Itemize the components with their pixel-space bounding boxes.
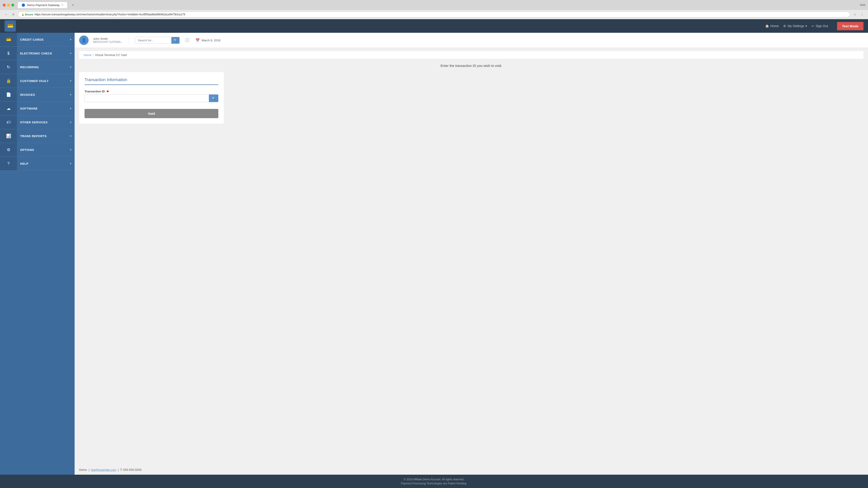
merchant-name: MERCHANT GATEWA... bbox=[93, 40, 123, 43]
browser-titlebar: 🔵 Demo Payment Gateway ✕ + Matt bbox=[0, 0, 868, 10]
transaction-id-search-button[interactable]: 🔍 bbox=[209, 94, 218, 102]
settings-link[interactable]: ⚙ My Settings ▾ bbox=[783, 24, 807, 28]
signout-icon: ↩ bbox=[811, 24, 814, 28]
signout-label: Sign Out bbox=[815, 24, 828, 28]
form-card: Transaction Information Transaction ID ★… bbox=[79, 72, 224, 124]
app-wrapper: 💳 🏠 Home ⚙ My Settings ▾ ↩ Sign Out Test… bbox=[0, 19, 868, 488]
page-instruction: Enter the transaction ID you wish to voi… bbox=[79, 64, 864, 68]
sidebar-label-software: SOFTWARE bbox=[17, 107, 70, 110]
recurring-chevron-icon: ▾ bbox=[70, 66, 71, 69]
sidebar-label-options: OPTIONS bbox=[17, 148, 70, 152]
sidebar-item-invoices[interactable]: 📄 INVOICES ▾ bbox=[0, 88, 74, 102]
url-text: https://secure.transactiongateway.com/me… bbox=[35, 13, 185, 16]
sidebar-item-software[interactable]: ☁ SOFTWARE ▾ bbox=[0, 102, 74, 116]
sidebar-label-customer-vault: CUSTOMER VAULT bbox=[17, 79, 70, 83]
sidebar-label-invoices: INVOICES bbox=[17, 93, 70, 96]
search-button[interactable]: 🔍 bbox=[171, 37, 180, 43]
sidebar-label-trans-reports: TRANS REPORTS bbox=[17, 134, 70, 138]
invoices-chevron-icon: ▾ bbox=[70, 93, 71, 96]
search-input[interactable] bbox=[135, 37, 171, 43]
bookmark-button[interactable]: ☆ bbox=[852, 11, 858, 18]
sidebar-item-recurring[interactable]: ↻ RECURRING ▾ bbox=[0, 60, 74, 74]
transaction-id-label: Transaction ID ★ bbox=[85, 90, 218, 93]
logo-icon: 💳 bbox=[7, 23, 13, 29]
new-tab-button[interactable]: + bbox=[70, 2, 76, 8]
sidebar-label-credit-cards: CREDIT CARDS bbox=[17, 38, 70, 41]
address-bar[interactable]: Secure https://secure.transactiongateway… bbox=[18, 11, 850, 18]
browser-tab[interactable]: 🔵 Demo Payment Gateway ✕ bbox=[18, 2, 67, 8]
breadcrumb-separator: / bbox=[93, 53, 94, 57]
void-button[interactable]: Void bbox=[85, 109, 218, 118]
breadcrumb-home-link[interactable]: Home bbox=[84, 53, 92, 57]
section-title: Transaction Information bbox=[85, 77, 218, 85]
sidebar-icon-box-electronic-check: $ bbox=[0, 46, 17, 60]
settings-icon: ⚙ bbox=[783, 24, 786, 28]
help-chevron-icon: ▾ bbox=[70, 162, 71, 165]
tab-favicon: 🔵 bbox=[22, 3, 25, 7]
sidebar-icon-box-credit-cards: 💳 bbox=[0, 33, 17, 46]
fullscreen-dot[interactable] bbox=[11, 4, 14, 6]
settings-label: My Settings bbox=[787, 24, 804, 28]
customer-vault-chevron-icon: ▾ bbox=[70, 79, 71, 83]
transaction-id-label-text: Transaction ID bbox=[85, 90, 105, 93]
required-star: ★ bbox=[106, 90, 109, 93]
top-nav: 💳 🏠 Home ⚙ My Settings ▾ ↩ Sign Out Test… bbox=[0, 19, 868, 33]
user-name: John Smith bbox=[93, 37, 123, 40]
sidebar-label-help: HELP bbox=[17, 162, 70, 165]
tab-close-button[interactable]: ✕ bbox=[61, 4, 64, 6]
home-link[interactable]: 🏠 Home bbox=[765, 24, 779, 28]
menu-button[interactable]: ⋮ bbox=[859, 11, 865, 18]
software-icon: ☁ bbox=[6, 106, 11, 111]
minimize-dot[interactable] bbox=[7, 4, 10, 6]
customer-vault-icon: 🔒 bbox=[6, 78, 11, 84]
calendar-icon: 📅 bbox=[195, 38, 200, 42]
logo[interactable]: 💳 bbox=[4, 20, 16, 32]
browser-nav: ← ↺ bbox=[3, 11, 16, 18]
transaction-id-input-group: 🔍 bbox=[85, 94, 218, 102]
sidebar-label-other-services: OTHER SERVICES bbox=[17, 121, 70, 124]
invoices-icon: 📄 bbox=[6, 92, 11, 97]
tab-title: Demo Payment Gateway bbox=[27, 3, 60, 7]
browser-dots bbox=[3, 4, 14, 6]
browser-addressbar: ← ↺ Secure https://secure.transactiongat… bbox=[0, 10, 868, 19]
sidebar-icon-box-help: ? bbox=[0, 157, 17, 170]
footer-demo-text: Demo bbox=[79, 468, 87, 471]
close-dot[interactable] bbox=[3, 4, 6, 6]
browser-chrome: 🔵 Demo Payment Gateway ✕ + Matt ← ↺ Secu… bbox=[0, 0, 868, 19]
refresh-button[interactable]: ↺ bbox=[10, 11, 16, 18]
footer-bottom: © 2018 Affiliate Demo Account. All right… bbox=[0, 475, 868, 488]
signout-link[interactable]: ↩ Sign Out bbox=[811, 24, 828, 28]
top-nav-right: 🏠 Home ⚙ My Settings ▾ ↩ Sign Out Test M… bbox=[765, 22, 864, 30]
sidebar-icon-box-recurring: ↻ bbox=[0, 60, 17, 74]
footer-email[interactable]: test@example.com bbox=[91, 468, 116, 471]
credit-cards-icon: 💳 bbox=[6, 37, 11, 42]
sidebar-item-trans-reports[interactable]: 📊 TRANS REPORTS ▾ bbox=[0, 129, 74, 143]
footer-patent: Payment Processing Technologies are Pate… bbox=[4, 482, 864, 485]
main-container: 💳 CREDIT CARDS ▾ $ ELECTRONIC CHECK ▾ ↻ … bbox=[0, 33, 868, 475]
sidebar-item-options[interactable]: ⚙ OPTIONS ▾ bbox=[0, 143, 74, 157]
software-chevron-icon: ▾ bbox=[70, 107, 71, 110]
user-info: John Smith MERCHANT GATEWA... bbox=[93, 37, 123, 43]
sidebar-label-electronic-check: ELECTRONIC CHECK bbox=[17, 52, 70, 55]
search-box: 🔍 bbox=[135, 37, 180, 44]
sidebar-item-customer-vault[interactable]: 🔒 CUSTOMER VAULT ▾ bbox=[0, 74, 74, 88]
sidebar-item-electronic-check[interactable]: $ ELECTRONIC CHECK ▾ bbox=[0, 46, 74, 60]
sidebar: 💳 CREDIT CARDS ▾ $ ELECTRONIC CHECK ▾ ↻ … bbox=[0, 33, 74, 475]
trans-reports-icon: 📊 bbox=[6, 133, 11, 138]
sub-header: 👤 John Smith MERCHANT GATEWA... 🔍 ⓘ 📅 Ma… bbox=[74, 33, 868, 48]
options-icon: ⚙ bbox=[7, 147, 10, 152]
date-label: March 8, 2018 bbox=[202, 39, 220, 42]
sidebar-item-help[interactable]: ? HELP ▾ bbox=[0, 157, 74, 170]
sidebar-icon-box-software: ☁ bbox=[0, 102, 17, 115]
sidebar-item-other-services[interactable]: 🏷 OTHER SERVICES ▾ bbox=[0, 116, 74, 129]
sidebar-icon-box-trans-reports: 📊 bbox=[0, 129, 17, 143]
footer-info: Demo | test@example.com | T: 555-555-555… bbox=[74, 465, 868, 475]
test-mode-button[interactable]: Test Mode bbox=[837, 22, 864, 30]
help-icon: ? bbox=[7, 161, 9, 166]
sidebar-icon-box-invoices: 📄 bbox=[0, 88, 17, 101]
info-icon[interactable]: ⓘ bbox=[185, 37, 189, 43]
sidebar-item-credit-cards[interactable]: 💳 CREDIT CARDS ▾ bbox=[0, 33, 74, 46]
back-button[interactable]: ← bbox=[3, 11, 9, 18]
sidebar-icon-box-customer-vault: 🔒 bbox=[0, 74, 17, 88]
transaction-id-input[interactable] bbox=[85, 94, 209, 102]
